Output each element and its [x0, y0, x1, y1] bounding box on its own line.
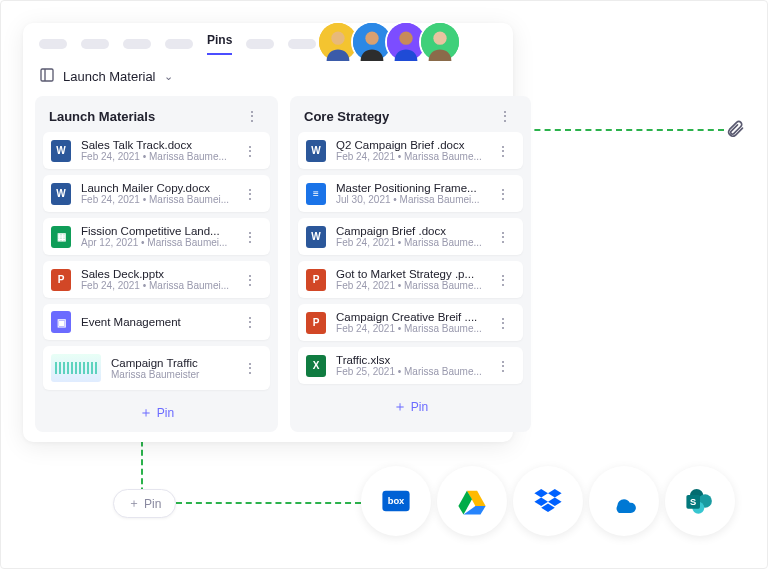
word-icon: W: [306, 140, 326, 162]
card-more-icon[interactable]: ⋮: [492, 358, 515, 374]
plus-icon: ＋: [139, 404, 153, 422]
file-card[interactable]: XTraffic.xlsxFeb 25, 2021 • Marissa Baum…: [298, 347, 523, 384]
file-name: Event Management: [81, 316, 229, 328]
card-more-icon[interactable]: ⋮: [492, 186, 515, 202]
tab-placeholder[interactable]: [288, 39, 316, 49]
word-icon: W: [51, 183, 71, 205]
file-name: Got to Market Strategy .p...: [336, 268, 482, 280]
file-name: Campaign Creative Breif ....: [336, 311, 482, 323]
powerpoint-icon: P: [306, 312, 326, 334]
avatar-stack: [325, 21, 461, 63]
file-meta: Feb 24, 2021 • Marissa Baume...: [336, 151, 482, 162]
svg-point-5: [365, 32, 378, 45]
card-more-icon[interactable]: ⋮: [239, 229, 262, 245]
tab-placeholder[interactable]: [39, 39, 67, 49]
file-card[interactable]: Campaign TrafficMarissa Baumeister⋮: [43, 346, 270, 390]
column-launch-materials: Launch Materials ⋮ WSales Talk Track.doc…: [35, 96, 278, 432]
integration-onedrive[interactable]: [589, 466, 659, 536]
svg-rect-0: [41, 69, 53, 81]
paperclip-icon: [725, 117, 745, 145]
file-name: Master Positioning Frame...: [336, 182, 482, 194]
powerpoint-icon: P: [306, 269, 326, 291]
column-items: WQ2 Campaign Brief .docxFeb 24, 2021 • M…: [298, 132, 523, 384]
powerpoint-icon: P: [51, 269, 71, 291]
file-meta: Feb 24, 2021 • Marissa Baume...: [336, 323, 482, 334]
column-more-icon[interactable]: ⋮: [494, 108, 517, 124]
column-items: WSales Talk Track.docxFeb 24, 2021 • Mar…: [43, 132, 270, 390]
file-meta: Marissa Baumeister: [111, 369, 229, 380]
column-title: Core Strategy: [304, 109, 389, 124]
card-more-icon[interactable]: ⋮: [239, 314, 262, 330]
layout-icon: [39, 67, 55, 86]
file-card[interactable]: PSales Deck.pptxFeb 24, 2021 • Marissa B…: [43, 261, 270, 298]
tab-placeholder[interactable]: [165, 39, 193, 49]
file-meta: Jul 30, 2021 • Marissa Baumei...: [336, 194, 482, 205]
column-core-strategy: Core Strategy ⋮ WQ2 Campaign Brief .docx…: [290, 96, 531, 432]
file-card[interactable]: WQ2 Campaign Brief .docxFeb 24, 2021 • M…: [298, 132, 523, 169]
file-name: Traffic.xlsx: [336, 354, 482, 366]
connector-to-paperclip: [514, 129, 724, 131]
integration-google-drive[interactable]: [437, 466, 507, 536]
folder-icon: ▣: [51, 311, 71, 333]
word-icon: W: [306, 226, 326, 248]
file-card[interactable]: WCampaign Brief .docxFeb 24, 2021 • Mari…: [298, 218, 523, 255]
card-more-icon[interactable]: ⋮: [239, 272, 262, 288]
card-more-icon[interactable]: ⋮: [239, 143, 262, 159]
file-name: Launch Mailer Copy.docx: [81, 182, 229, 194]
integration-sharepoint[interactable]: S: [665, 466, 735, 536]
card-more-icon[interactable]: ⋮: [492, 143, 515, 159]
gdoc-icon: ≡: [306, 183, 326, 205]
integrations-row: box S: [361, 466, 735, 536]
file-card[interactable]: WLaunch Mailer Copy.docxFeb 24, 2021 • M…: [43, 175, 270, 212]
file-meta: Feb 24, 2021 • Marissa Baume...: [336, 280, 482, 291]
file-name: Fission Competitive Land...: [81, 225, 229, 237]
tab-placeholder[interactable]: [123, 39, 151, 49]
file-name: Sales Deck.pptx: [81, 268, 229, 280]
file-name: Campaign Brief .docx: [336, 225, 482, 237]
svg-point-7: [399, 32, 412, 45]
plus-icon: ＋: [393, 398, 407, 416]
svg-marker-16: [548, 489, 562, 498]
excel-icon: X: [306, 355, 326, 377]
integration-box[interactable]: box: [361, 466, 431, 536]
file-meta: Apr 12, 2021 • Marissa Baumei...: [81, 237, 229, 248]
add-pin-button[interactable]: ＋Pin: [43, 396, 270, 426]
add-pin-button[interactable]: ＋Pin: [298, 390, 523, 420]
svg-text:S: S: [690, 497, 696, 507]
file-card[interactable]: ▦Fission Competitive Land...Apr 12, 2021…: [43, 218, 270, 255]
tab-placeholder[interactable]: [246, 39, 274, 49]
tab-placeholder[interactable]: [81, 39, 109, 49]
connector-to-integrations: [176, 502, 361, 504]
card-more-icon[interactable]: ⋮: [492, 315, 515, 331]
sheets-icon: ▦: [51, 226, 71, 248]
file-meta: Feb 24, 2021 • Marissa Baume...: [81, 151, 229, 162]
card-more-icon[interactable]: ⋮: [492, 229, 515, 245]
file-card[interactable]: PCampaign Creative Breif ....Feb 24, 202…: [298, 304, 523, 341]
file-name: Campaign Traffic: [111, 357, 229, 369]
file-name: Q2 Campaign Brief .docx: [336, 139, 482, 151]
file-meta: Feb 25, 2021 • Marissa Baume...: [336, 366, 482, 377]
floating-pin-pill[interactable]: ＋Pin: [113, 489, 176, 518]
avatar[interactable]: [419, 21, 461, 63]
chevron-down-icon: ⌄: [164, 70, 173, 83]
svg-marker-15: [534, 489, 548, 498]
plus-icon: ＋: [128, 495, 140, 512]
file-card[interactable]: PGot to Market Strategy .p...Feb 24, 202…: [298, 261, 523, 298]
svg-point-3: [331, 32, 344, 45]
breadcrumb-label: Launch Material: [63, 69, 156, 84]
svg-point-9: [433, 32, 446, 45]
word-icon: W: [51, 140, 71, 162]
svg-text:box: box: [388, 496, 405, 506]
file-card[interactable]: ≡Master Positioning Frame...Jul 30, 2021…: [298, 175, 523, 212]
chart-thumbnail: [51, 354, 101, 382]
card-more-icon[interactable]: ⋮: [492, 272, 515, 288]
file-meta: Feb 24, 2021 • Marissa Baumei...: [81, 280, 229, 291]
file-meta: Feb 24, 2021 • Marissa Baumei...: [81, 194, 229, 205]
file-card[interactable]: ▣Event Management⋮: [43, 304, 270, 340]
file-card[interactable]: WSales Talk Track.docxFeb 24, 2021 • Mar…: [43, 132, 270, 169]
tab-pins[interactable]: Pins: [207, 33, 232, 55]
card-more-icon[interactable]: ⋮: [239, 186, 262, 202]
integration-dropbox[interactable]: [513, 466, 583, 536]
card-more-icon[interactable]: ⋮: [239, 360, 262, 376]
column-more-icon[interactable]: ⋮: [241, 108, 264, 124]
